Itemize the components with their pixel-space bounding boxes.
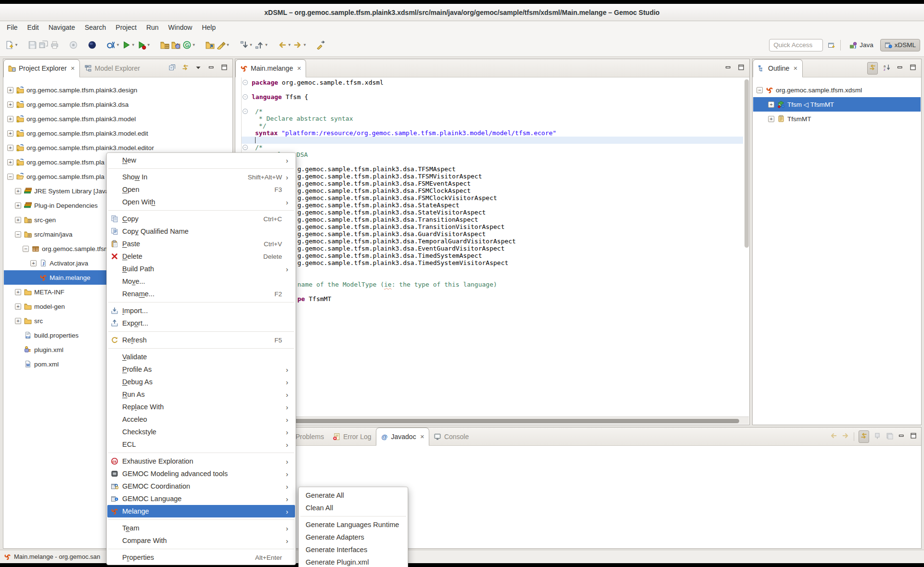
expand-icon[interactable]: + bbox=[7, 87, 13, 93]
context-menu-item-gemoc-language[interactable]: GEMOC Language› bbox=[107, 492, 295, 505]
tree-row[interactable]: +org.gemoc.sample.tfsm.plaink3.model.edi… bbox=[4, 126, 232, 140]
dropdown-chevron-icon[interactable]: ▼ bbox=[131, 43, 135, 47]
code-editor[interactable]: −−−−package org.gemoc.sample.tfsm.xdsmll… bbox=[235, 77, 749, 416]
context-menu-item-ecl[interactable]: ECL› bbox=[107, 438, 295, 451]
context-menu-item-run-as[interactable]: Run As› bbox=[107, 388, 295, 401]
expand-icon[interactable]: + bbox=[7, 116, 13, 122]
fold-collapse-icon[interactable]: − bbox=[243, 94, 248, 100]
view-menu-button[interactable] bbox=[194, 63, 202, 73]
run-button[interactable]: ▼ bbox=[121, 38, 136, 52]
back-button[interactable]: ▼ bbox=[277, 38, 292, 52]
collapse-icon[interactable]: − bbox=[23, 246, 29, 252]
fold-collapse-icon[interactable]: − bbox=[243, 109, 248, 114]
dropdown-chevron-icon[interactable]: ▼ bbox=[14, 43, 18, 47]
context-menu-item-rename[interactable]: Rename...F2 bbox=[107, 288, 295, 300]
context-menu-item-open-with[interactable]: Open With› bbox=[107, 196, 295, 208]
expand-icon[interactable]: + bbox=[7, 159, 13, 165]
close-icon[interactable]: ✕ bbox=[793, 65, 797, 72]
maximize-button[interactable] bbox=[909, 63, 917, 73]
prev-annotation-button[interactable]: ▼ bbox=[254, 38, 269, 52]
menubar-item-help[interactable]: Help bbox=[197, 22, 220, 33]
expand-icon[interactable]: + bbox=[7, 145, 13, 151]
maximize-button[interactable] bbox=[910, 432, 917, 441]
menubar-item-project[interactable]: Project bbox=[111, 22, 141, 33]
menubar-item-window[interactable]: Window bbox=[164, 22, 197, 33]
expand-icon[interactable]: + bbox=[15, 318, 21, 324]
pin-view-button[interactable] bbox=[873, 432, 881, 441]
context-menu-item-show-in[interactable]: Show InShift+Alt+W› bbox=[107, 171, 295, 183]
context-menu-item-delete[interactable]: DeleteDelete bbox=[107, 250, 295, 263]
tree-row[interactable]: +Tfsm ◁ TfsmMT bbox=[753, 97, 921, 112]
context-menu-item-import[interactable]: Import... bbox=[107, 304, 295, 317]
context-menu-item-gemoc-coordination[interactable]: GEMOC Coordination› bbox=[107, 480, 295, 492]
next-annotation-button[interactable]: ▼ bbox=[239, 38, 254, 52]
context-menu-item-team[interactable]: Team› bbox=[107, 522, 295, 534]
link-editor-button[interactable] bbox=[181, 63, 189, 73]
console-button[interactable] bbox=[87, 38, 98, 52]
new-java-project-button[interactable] bbox=[159, 38, 170, 52]
sort-button[interactable]: az bbox=[883, 63, 891, 73]
context-menu-item-exhaustive-exploration[interactable]: csExhaustive Exploration› bbox=[107, 455, 295, 467]
close-icon[interactable]: ✕ bbox=[71, 65, 75, 72]
quick-access-input[interactable] bbox=[769, 39, 823, 51]
new-plugin-project-button[interactable] bbox=[170, 38, 181, 52]
perspective-button-xdsml[interactable]: xDSML bbox=[880, 39, 920, 51]
submenu-item-generate-interfaces[interactable]: Generate Interfaces bbox=[299, 543, 407, 556]
collapse-icon[interactable]: − bbox=[7, 174, 13, 180]
back-button[interactable] bbox=[830, 432, 837, 441]
tab-javadoc[interactable]: @Javadoc✕ bbox=[376, 428, 429, 446]
context-menu-item-profile-as[interactable]: Profile As› bbox=[107, 363, 295, 376]
dropdown-chevron-icon[interactable]: ▼ bbox=[192, 43, 196, 47]
minimize-button[interactable] bbox=[898, 432, 905, 441]
context-menu-item-melange[interactable]: Melange› bbox=[107, 505, 295, 517]
print-button[interactable] bbox=[49, 38, 60, 52]
context-menu-item-move[interactable]: Move... bbox=[107, 275, 295, 288]
expand-icon[interactable]: + bbox=[7, 130, 13, 137]
tree-row[interactable]: −org.gemoc.sample.tfsm.xdsml bbox=[753, 83, 921, 97]
expand-icon[interactable]: + bbox=[15, 188, 21, 194]
context-menu-item-gemoc-modeling-advanced-tools[interactable]: GEMOC Modeling advanced tools› bbox=[107, 467, 295, 480]
tree-row[interactable]: +TfsmMT bbox=[753, 112, 921, 126]
link-editor-button[interactable] bbox=[867, 62, 878, 75]
context-menu-item-open[interactable]: OpenF3 bbox=[107, 183, 295, 196]
context-menu-item-refresh[interactable]: RefreshF5 bbox=[107, 334, 295, 346]
new-button[interactable]: ▼ bbox=[4, 38, 19, 52]
dropdown-chevron-icon[interactable]: ▼ bbox=[147, 43, 151, 47]
context-menu-item-copy-qualified-name[interactable]: Copy Qualified Name bbox=[107, 225, 295, 238]
fold-collapse-icon[interactable]: − bbox=[243, 145, 248, 150]
last-edit-location-button[interactable] bbox=[315, 38, 326, 52]
context-menu-item-compare-with[interactable]: Compare With› bbox=[107, 534, 295, 547]
context-menu-item-validate[interactable]: Validate bbox=[107, 351, 295, 363]
new-gemoc-project-button[interactable]: G▼ bbox=[181, 38, 197, 52]
menubar-item-search[interactable]: Search bbox=[80, 22, 111, 33]
save-button[interactable] bbox=[27, 38, 38, 52]
tab-model-explorer[interactable]: Model Explorer bbox=[80, 59, 144, 77]
tree-row[interactable]: +org.gemoc.sample.tfsm.plaink3.model bbox=[4, 112, 232, 126]
save-all-button[interactable] bbox=[38, 38, 49, 52]
context-menu-item-new[interactable]: New› bbox=[107, 154, 295, 166]
search-button[interactable]: ▼ bbox=[216, 38, 231, 52]
collapse-all-button[interactable] bbox=[168, 63, 176, 73]
tree-row[interactable]: +org.gemoc.sample.tfsm.plaink3.dsa bbox=[4, 97, 232, 112]
expand-icon[interactable]: + bbox=[768, 116, 774, 122]
editor-horizontal-scrollbar[interactable] bbox=[239, 419, 739, 423]
context-menu-item-replace-with[interactable]: Replace With› bbox=[107, 401, 295, 413]
menubar-item-navigate[interactable]: Navigate bbox=[44, 22, 80, 33]
expand-icon[interactable]: + bbox=[30, 260, 37, 266]
menubar-item-edit[interactable]: Edit bbox=[23, 22, 44, 33]
profile-button[interactable]: ▼ bbox=[136, 38, 152, 52]
submenu-item-generate-adapters[interactable]: Generate Adapters bbox=[299, 531, 407, 543]
minimize-button[interactable] bbox=[724, 63, 732, 73]
expand-icon[interactable]: + bbox=[768, 101, 774, 108]
tab-error-log[interactable]: Error Log bbox=[328, 428, 375, 445]
menubar-item-file[interactable]: File bbox=[2, 22, 23, 33]
expand-icon[interactable]: + bbox=[15, 202, 21, 209]
context-menu-item-copy[interactable]: CopyCtrl+C bbox=[107, 213, 295, 225]
submenu-item-generate-plugin-xml[interactable]: Generate Plugin.xml bbox=[299, 556, 407, 567]
expand-icon[interactable]: + bbox=[15, 303, 21, 310]
maximize-button[interactable] bbox=[737, 63, 745, 73]
context-menu-item-checkstyle[interactable]: Checkstyle› bbox=[107, 426, 295, 438]
expand-icon[interactable]: + bbox=[7, 101, 13, 108]
expand-icon[interactable]: + bbox=[15, 289, 21, 295]
close-icon[interactable]: ✕ bbox=[297, 65, 301, 72]
